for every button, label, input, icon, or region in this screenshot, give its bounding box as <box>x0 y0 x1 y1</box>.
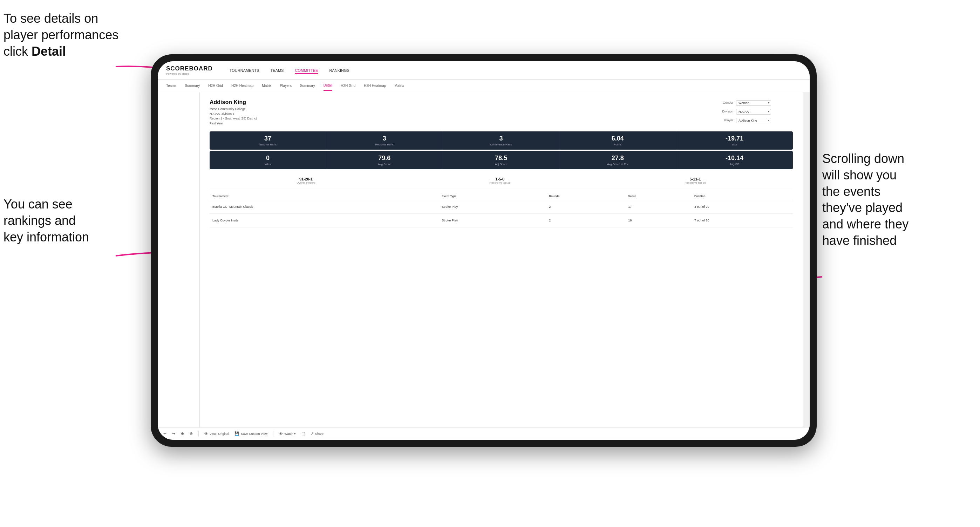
sub-nav: Teams Summary H2H Grid H2H Heatmap Matri… <box>158 79 810 92</box>
tablet-screen: SCOREBOARD Powered by clippd TOURNAMENTS… <box>158 61 810 440</box>
stat-avg-score-value: 79.6 <box>329 154 440 162</box>
toolbar-zoom-in[interactable]: ⊕ <box>181 431 184 436</box>
stat-avg-score-par: 27.8 Avg Score to Par <box>559 151 676 169</box>
toolbar-undo[interactable]: ↩ <box>163 431 167 436</box>
stat-avg-sg: -10.14 Avg SG <box>676 151 793 169</box>
division-dropdown[interactable]: NJCAA I NJCAA II <box>736 109 771 114</box>
table-row[interactable]: Lady Coyote Invite Stroke Play 2 16 7 ou… <box>210 214 793 227</box>
player-selector-row: Player Addison King <box>716 117 793 123</box>
toolbar-save-custom[interactable]: 💾 Save Custom View <box>234 431 267 436</box>
player-year: First Year <box>210 121 257 126</box>
stat-avg-score-label: Avg Score <box>329 163 440 166</box>
player-name: Addison King <box>210 99 257 105</box>
position-1: 4 out of 20 <box>692 200 793 214</box>
top-nav: SCOREBOARD Powered by clippd TOURNAMENTS… <box>158 61 810 79</box>
sub-nav-teams[interactable]: Teams <box>166 81 176 90</box>
watch-label: Watch ▾ <box>284 432 296 435</box>
stat-sos: -19.71 SoS <box>676 132 793 149</box>
sub-nav-detail[interactable]: Detail <box>323 81 332 91</box>
player-school: Mesa Community College <box>210 107 257 112</box>
sub-nav-summary2[interactable]: Summary <box>300 81 315 90</box>
event-type-2: Stroke Play <box>439 214 546 227</box>
stat-wins: 0 Wins <box>210 151 326 169</box>
sub-nav-matrix2[interactable]: Matrix <box>394 81 404 90</box>
stat-conference-rank-value: 3 <box>446 135 557 142</box>
toolbar-watch[interactable]: 👁 Watch ▾ <box>279 432 296 436</box>
stat-regional-rank-label: Regional Rank <box>329 143 440 146</box>
record-top50-value: 5-11-1 <box>684 177 706 181</box>
player-division: NJCAA Division 1 <box>210 112 257 117</box>
stats-grid-row2: 0 Wins 79.6 Avg Score 78.5 Adj Score 27.… <box>210 151 793 169</box>
watch-icon: 👁 <box>279 432 283 436</box>
rounds-2: 2 <box>546 214 625 227</box>
sub-nav-h2h-heatmap2[interactable]: H2H Heatmap <box>364 81 386 90</box>
division-dropdown-wrap[interactable]: NJCAA I NJCAA II <box>736 108 771 114</box>
nav-tournaments[interactable]: TOURNAMENTS <box>229 67 259 74</box>
stats-grid-row1: 37 National Rank 3 Regional Rank 3 Confe… <box>210 132 793 149</box>
rounds-1: 2 <box>546 200 625 214</box>
gender-dropdown-wrap[interactable]: Women Men <box>736 99 771 106</box>
main-content: Addison King Mesa Community College NJCA… <box>158 92 810 427</box>
col-tournament: Tournament <box>210 192 439 200</box>
view-original-label: View: Original <box>210 432 229 435</box>
player-dropdown-wrap[interactable]: Addison King <box>736 117 771 123</box>
nav-teams[interactable]: TEAMS <box>270 67 284 74</box>
stat-conference-rank-label: Conference Rank <box>446 143 557 146</box>
stat-points-label: Points <box>562 143 673 146</box>
sidebar-left <box>158 92 200 427</box>
table-row[interactable]: Estella CC- Mountain Classic Stroke Play… <box>210 200 793 214</box>
player-region: Region 1 - Southwest (18) District <box>210 116 257 121</box>
gender-dropdown[interactable]: Women Men <box>736 100 771 106</box>
sub-nav-h2h-grid2[interactable]: H2H Grid <box>341 81 355 90</box>
tournament-table: Tournament Event Type Rounds Score Posit… <box>210 192 793 227</box>
toolbar-redo[interactable]: ↪ <box>172 431 175 436</box>
stat-avg-score-par-label: Avg Score to Par <box>562 163 673 166</box>
player-dropdown[interactable]: Addison King <box>736 118 771 123</box>
event-type-1: Stroke Play <box>439 200 546 214</box>
record-top50: 5-11-1 Record vs top 50 <box>684 177 706 184</box>
nav-committee[interactable]: COMMITTEE <box>295 67 318 74</box>
tablet: SCOREBOARD Powered by clippd TOURNAMENTS… <box>151 54 817 447</box>
bottom-toolbar: ↩ ↪ ⊕ ⊖ 👁 View: Original 💾 Save Custom V… <box>158 427 810 440</box>
col-rounds: Rounds <box>546 192 625 200</box>
record-top50-label: Record vs top 50 <box>684 181 706 184</box>
toolbar-zoom-out[interactable]: ⊖ <box>189 431 193 436</box>
toolbar-screen[interactable]: ⬚ <box>301 431 305 436</box>
stat-avg-sg-value: -10.14 <box>679 154 790 162</box>
stat-adj-score: 78.5 Adj Score <box>443 151 560 169</box>
score-2: 16 <box>625 214 692 227</box>
screen-icon: ⬚ <box>301 431 305 436</box>
undo-icon: ↩ <box>163 431 167 436</box>
player-info: Addison King Mesa Community College NJCA… <box>210 99 257 126</box>
nav-rankings[interactable]: RANKINGS <box>329 67 349 74</box>
sub-nav-summary[interactable]: Summary <box>185 81 200 90</box>
col-position: Position <box>692 192 793 200</box>
annotation-top-left: To see details on player performances cl… <box>3 11 137 60</box>
sub-nav-h2h-heatmap[interactable]: H2H Heatmap <box>231 81 253 90</box>
sub-nav-players[interactable]: Players <box>280 81 292 90</box>
stat-points: 6.04 Points <box>559 132 676 149</box>
col-score: Score <box>625 192 692 200</box>
sub-nav-matrix[interactable]: Matrix <box>262 81 271 90</box>
stat-avg-score: 79.6 Avg Score <box>326 151 443 169</box>
record-overall-value: 91-20-1 <box>296 177 315 181</box>
division-selector-row: Division NJCAA I NJCAA II <box>716 108 793 114</box>
toolbar-share[interactable]: ↗ Share <box>310 431 323 436</box>
record-top25-label: Record vs top 25 <box>489 181 510 184</box>
scoreboard-logo: SCOREBOARD Powered by clippd <box>166 65 213 75</box>
save-icon: 💾 <box>234 431 239 436</box>
stat-adj-score-value: 78.5 <box>446 154 557 162</box>
record-overall: 91-20-1 Overall Record <box>296 177 315 184</box>
toolbar-divider2 <box>273 431 274 437</box>
zoom-in-icon: ⊕ <box>181 431 184 436</box>
toolbar-view-original[interactable]: 👁 View: Original <box>204 432 229 436</box>
stat-points-value: 6.04 <box>562 135 673 142</box>
player-label: Player <box>716 118 733 122</box>
zoom-out-icon: ⊖ <box>189 431 193 436</box>
division-label: Division <box>716 110 733 113</box>
sub-nav-h2h-grid[interactable]: H2H Grid <box>208 81 223 90</box>
logo-sub: Powered by clippd <box>166 72 213 75</box>
stat-conference-rank: 3 Conference Rank <box>443 132 560 149</box>
toolbar-divider <box>198 431 199 437</box>
stat-national-rank-value: 37 <box>212 135 323 142</box>
